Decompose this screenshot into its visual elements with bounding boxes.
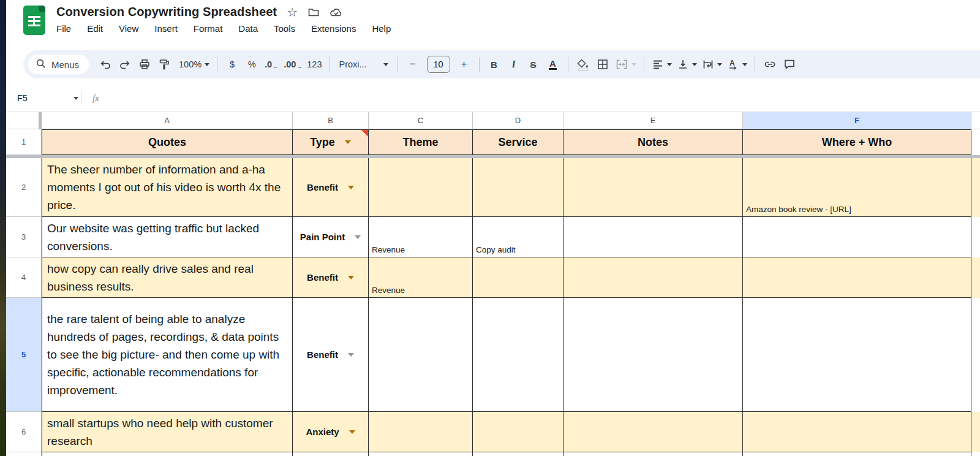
cell-d6-service[interactable]	[473, 412, 564, 452]
dropdown-caret-icon[interactable]	[348, 276, 354, 279]
column-header-c[interactable]: C	[369, 112, 473, 129]
cell-c4-theme[interactable]: Revenue	[369, 257, 473, 298]
cell-c6-theme[interactable]	[369, 412, 473, 452]
dropdown-caret-icon[interactable]	[348, 186, 354, 189]
column-header-d[interactable]: D	[473, 112, 564, 129]
column-header-g-sliver[interactable]	[971, 112, 980, 129]
cell-d2-service[interactable]	[473, 158, 564, 217]
cell-e2-notes[interactable]	[564, 158, 743, 217]
menu-file[interactable]: File	[56, 23, 71, 34]
dropdown-caret-icon[interactable]	[349, 430, 355, 434]
cell-b5-type[interactable]: Benefit	[293, 298, 369, 412]
strikethrough-button[interactable]: S	[524, 55, 543, 74]
cell-d3-service[interactable]: Copy audit	[473, 217, 564, 257]
cell-e1-notes-header[interactable]: Notes	[564, 129, 743, 155]
font-size-input[interactable]: 10	[427, 56, 450, 73]
fill-color-button[interactable]	[574, 55, 592, 74]
more-formats-button[interactable]: 123	[305, 55, 323, 74]
column-header-b[interactable]: B	[293, 112, 369, 129]
cell-b2-type[interactable]: Benefit	[293, 158, 369, 217]
cell-f5-selected[interactable]	[743, 298, 971, 412]
cell-f4-where[interactable]	[743, 257, 971, 298]
dropdown-caret-icon[interactable]	[348, 353, 354, 357]
decrease-decimal-button[interactable]: .0←	[262, 55, 281, 74]
menu-data[interactable]: Data	[238, 23, 258, 34]
name-box[interactable]: F5	[6, 93, 78, 103]
star-icon[interactable]: ☆	[287, 6, 298, 18]
formula-input[interactable]	[99, 85, 980, 112]
row-header-5-selected[interactable]: 5	[6, 298, 42, 412]
undo-button[interactable]	[96, 55, 115, 74]
insert-comment-button[interactable]	[780, 55, 799, 74]
menu-insert[interactable]: Insert	[154, 23, 178, 34]
cell-d4-service[interactable]	[473, 257, 564, 298]
borders-button[interactable]	[594, 55, 612, 74]
cell-a5-quote[interactable]: the rare talent of being able to analyze…	[42, 298, 293, 412]
column-header-f-selected[interactable]: F	[743, 112, 971, 129]
menu-extensions[interactable]: Extensions	[311, 23, 356, 34]
select-all-corner[interactable]	[6, 112, 42, 129]
menu-view[interactable]: View	[119, 23, 138, 34]
cell-b6-type[interactable]: Anxiety	[293, 412, 369, 452]
row-header-7-sliver[interactable]	[6, 452, 42, 456]
cell-a1-quotes-header[interactable]: Quotes	[42, 129, 293, 155]
cell-b4-type[interactable]: Benefit	[293, 257, 369, 298]
cell-e6-notes[interactable]	[564, 412, 743, 452]
cell-d1-service-header[interactable]: Service	[473, 129, 564, 155]
menu-tools[interactable]: Tools	[274, 23, 295, 34]
sheets-logo-icon[interactable]	[23, 6, 45, 35]
redo-button[interactable]	[116, 55, 134, 74]
paint-format-button[interactable]	[155, 55, 173, 74]
menu-help[interactable]: Help	[372, 23, 391, 34]
column-header-e[interactable]: E	[564, 112, 743, 129]
text-rotation-button[interactable]: A	[725, 55, 749, 74]
cell-d5-service[interactable]	[473, 298, 564, 412]
cell-c3-theme[interactable]: Revenue	[369, 217, 473, 257]
horizontal-align-button[interactable]	[650, 55, 674, 74]
cell-c5-theme[interactable]	[369, 298, 473, 412]
cell-a2-quote[interactable]: The sheer number of information and a-ha…	[42, 158, 293, 217]
print-button[interactable]	[135, 55, 154, 74]
dropdown-caret-icon[interactable]	[355, 235, 361, 239]
cell-a6-quote[interactable]: small startups who need help with custom…	[42, 412, 293, 452]
bold-button[interactable]: B	[485, 55, 503, 74]
text-color-button[interactable]: A	[544, 55, 562, 74]
increase-decimal-button[interactable]: .00→	[282, 55, 304, 74]
zoom-select[interactable]: 100%	[177, 55, 211, 74]
cell-f1-where-header[interactable]: Where + Who	[743, 129, 971, 155]
increase-font-size-button[interactable]: +	[455, 55, 473, 74]
cell-f6-where[interactable]	[743, 412, 971, 452]
text-wrap-button[interactable]	[700, 55, 724, 74]
row-header-6[interactable]: 6	[6, 412, 42, 452]
row-header-4[interactable]: 4	[6, 257, 42, 298]
vertical-align-button[interactable]	[675, 55, 699, 74]
move-folder-icon[interactable]	[307, 6, 320, 18]
italic-button[interactable]: I	[505, 55, 523, 74]
menu-format[interactable]: Format	[194, 23, 223, 34]
cell-f3-where[interactable]	[743, 217, 971, 257]
cloud-saved-icon[interactable]	[330, 6, 343, 18]
decrease-font-size-button[interactable]: −	[404, 55, 422, 74]
menu-edit[interactable]: Edit	[87, 23, 103, 34]
cell-f2-where[interactable]: Amazon book review - [URL]	[743, 158, 971, 217]
insert-link-button[interactable]	[761, 55, 779, 74]
cell-c1-theme-header[interactable]: Theme	[369, 129, 473, 155]
merge-cells-button[interactable]	[613, 55, 638, 74]
cell-b1-type-header[interactable]: Type	[293, 129, 369, 155]
format-currency-button[interactable]: $	[223, 55, 241, 74]
font-family-select[interactable]: Proxi...	[336, 55, 392, 74]
row-header-3[interactable]: 3	[6, 217, 42, 257]
row-header-1[interactable]: 1	[6, 129, 42, 155]
search-menus-button[interactable]: Menus	[28, 55, 89, 74]
row-header-2[interactable]: 2	[6, 158, 42, 217]
document-title[interactable]: Conversion Copywriting Spreadsheet	[56, 5, 277, 19]
cell-a3-quote[interactable]: Our website was getting traffic but lack…	[42, 217, 293, 257]
cell-b3-type[interactable]: Pain Point	[293, 217, 369, 257]
cell-e4-notes[interactable]	[564, 257, 743, 298]
cell-e5-notes[interactable]	[564, 298, 743, 412]
dropdown-caret-icon[interactable]	[345, 140, 351, 144]
cell-c2-theme[interactable]	[369, 158, 473, 217]
format-percent-button[interactable]: %	[243, 55, 261, 74]
cell-e3-notes[interactable]	[564, 217, 743, 257]
column-header-a[interactable]: A	[42, 112, 293, 129]
